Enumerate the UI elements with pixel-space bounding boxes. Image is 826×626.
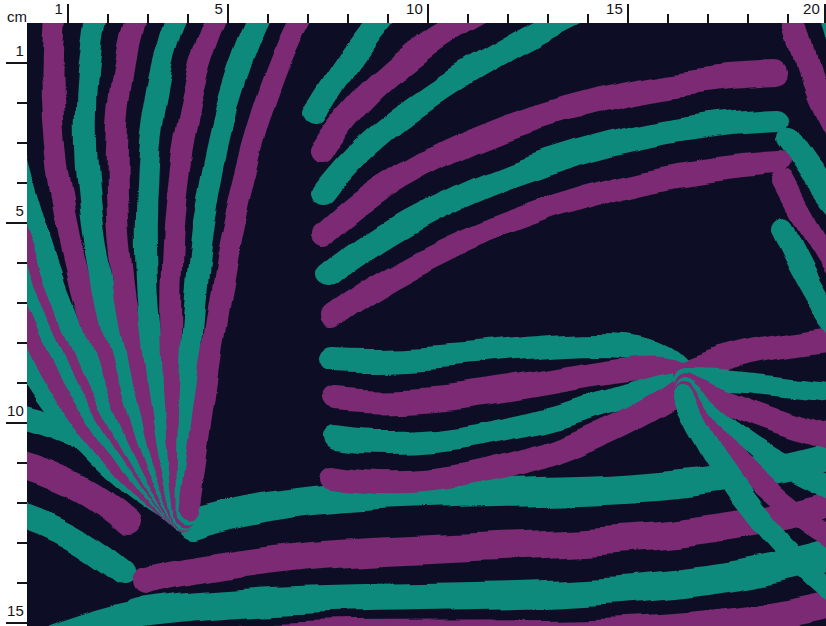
ruler-tick-top xyxy=(107,14,109,23)
ruler-tick-top xyxy=(67,4,69,23)
ruler-tick-left xyxy=(17,582,27,584)
ruler-tick-left xyxy=(17,182,27,184)
ruler-tick-top xyxy=(347,14,349,23)
ruler-tick-left xyxy=(17,142,27,144)
zebra-pattern-svg xyxy=(27,23,826,626)
fabric-swatch-image xyxy=(27,23,826,626)
ruler-tick-left xyxy=(17,342,27,344)
ruler-label-top: 10 xyxy=(383,1,423,17)
ruler-tick-top xyxy=(707,14,709,23)
fabric-measure-preview: cm 15101520151015 xyxy=(0,0,826,626)
ruler-tick-left xyxy=(6,422,27,424)
ruler-tick-top xyxy=(307,14,309,23)
ruler-label-left: 15 xyxy=(2,603,24,619)
ruler-tick-left xyxy=(17,302,27,304)
ruler-tick-top xyxy=(267,14,269,23)
ruler-label-left: 1 xyxy=(2,43,24,59)
ruler-tick-left xyxy=(17,382,27,384)
ruler-label-top: 5 xyxy=(183,1,223,17)
ruler-tick-top xyxy=(747,14,749,23)
ruler-tick-left xyxy=(17,502,27,504)
ruler-unit-label: cm xyxy=(7,9,27,25)
ruler-tick-top xyxy=(387,14,389,23)
ruler-tick-left xyxy=(6,222,27,224)
ruler-tick-left xyxy=(17,102,27,104)
ruler-tick-top xyxy=(627,4,629,23)
ruler-tick-left xyxy=(17,542,27,544)
ruler-tick-top xyxy=(587,14,589,23)
ruler-tick-left xyxy=(17,262,27,264)
ruler-label-top: 1 xyxy=(23,1,63,17)
ruler-tick-left xyxy=(17,462,27,464)
ruler-tick-top xyxy=(787,14,789,23)
ruler-tick-top xyxy=(507,14,509,23)
ruler-tick-top xyxy=(667,14,669,23)
ruler-label-left: 10 xyxy=(2,403,24,419)
ruler-tick-top xyxy=(427,4,429,23)
ruler-tick-left xyxy=(6,622,27,624)
ruler-tick-top xyxy=(147,14,149,23)
ruler-tick-top xyxy=(547,14,549,23)
ruler-tick-top xyxy=(227,4,229,23)
ruler-label-top: 20 xyxy=(780,1,820,17)
ruler-tick-top xyxy=(187,14,189,23)
ruler-label-left: 5 xyxy=(2,203,24,219)
ruler-tick-left xyxy=(6,62,27,64)
ruler-tick-top xyxy=(467,14,469,23)
ruler-label-top: 15 xyxy=(583,1,623,17)
